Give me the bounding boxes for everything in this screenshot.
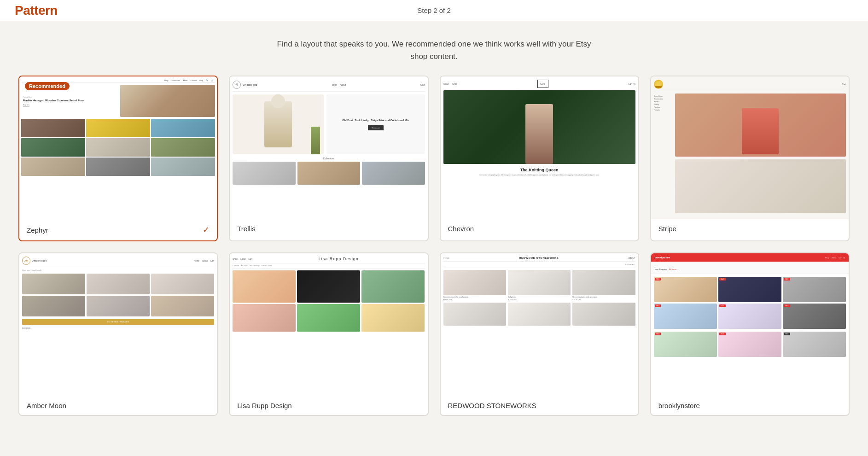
chevron-product-info: The Knitting Queen I remember being eigh… [443, 168, 635, 176]
stripe-preview: Cart Home Decor Housewares Wall Art Pott… [651, 76, 849, 219]
zephyr-name: Zephyr [27, 226, 48, 234]
amber-moon-name: Amber Moon [27, 402, 66, 409]
redwood-label: REDWOOD STONEWORKS [441, 396, 638, 415]
trellis-label: Trellis [230, 219, 427, 238]
theme-card-chevron[interactable]: About Shop GUS Cart (0) The Knitting Que… [440, 76, 639, 241]
lisa-preview: Shop About Cart Lisa Rupp Design Calenda… [230, 253, 427, 396]
page-header: Pattern Step 2 of 2 [0, 0, 868, 21]
stripe-name: Stripe [658, 225, 676, 233]
zephyr-label: Zephyr ✓ [19, 219, 217, 240]
amber-nav: AM Amber Moon Home About Cart [22, 255, 214, 267]
amber-moon-label: Amber Moon [19, 396, 217, 415]
chevron-preview: About Shop GUS Cart (0) The Knitting Que… [441, 76, 638, 219]
zephyr-preview: Shop Collections About Contact Blog 🔍 🛒 … [19, 76, 217, 219]
subtitle-line1: Find a layout that speaks to you. We rec… [9, 38, 859, 50]
trellis-preview: Oh pop dog Shop About Cart Oh! Basic Tan… [230, 76, 427, 219]
theme-card-trellis[interactable]: Oh pop dog Shop About Cart Oh! Basic Tan… [229, 76, 428, 241]
theme-card-lisa-rupp[interactable]: Shop About Cart Lisa Rupp Design Calenda… [229, 252, 428, 416]
sale-preview: brooklynstore Shop About Cart (0) Now Sh… [651, 253, 849, 396]
theme-card-sale[interactable]: brooklynstore Shop About Cart (0) Now Sh… [650, 252, 850, 416]
stripe-main: Home Decor Housewares Wall Art Pottery F… [654, 94, 846, 213]
theme-card-amber-moon[interactable]: AM Amber Moon Home About Cart Hats and H… [18, 252, 218, 416]
theme-grid: Recommended Shop Collections About Conta… [0, 76, 868, 434]
stripe-nav: Cart [654, 78, 846, 91]
trellis-nav: Oh pop dog Shop About Cart [233, 79, 425, 92]
redwood-name: REDWOOD STONEWORKS [448, 402, 536, 409]
step-indicator: Step 2 of 2 [417, 6, 451, 14]
lisa-rupp-label: Lisa Rupp Design [230, 396, 427, 415]
subtitle-section: Find a layout that speaks to you. We rec… [0, 21, 868, 76]
recommended-badge: Recommended [25, 82, 70, 90]
amber-preview: AM Amber Moon Home About Cart Hats and H… [19, 253, 217, 396]
theme-card-zephyr[interactable]: Recommended Shop Collections About Conta… [18, 76, 218, 241]
trellis-hero: Oh! Basic Tank / Indigo Twigs Print and … [233, 94, 425, 154]
chevron-hero-img [443, 90, 635, 164]
redwood-preview: STORE REDWOOD STONEWORKS ABOUT FILTER AL… [441, 253, 638, 396]
lisa-rupp-name: Lisa Rupp Design [237, 402, 291, 409]
chevron-label: Chevron [441, 219, 638, 238]
trellis-name: Trellis [237, 225, 255, 233]
chevron-nav: About Shop GUS Cart (0) [443, 78, 635, 90]
redwood-nav: STORE REDWOOD STONEWORKS ABOUT [443, 255, 635, 262]
stripe-label: Stripe [651, 219, 849, 238]
check-icon: ✓ [203, 225, 210, 235]
sale-theme-label: brooklynstore [651, 396, 849, 415]
theme-card-redwood[interactable]: STORE REDWOOD STONEWORKS ABOUT FILTER AL… [440, 252, 639, 416]
sale-theme-name: brooklynstore [658, 402, 700, 409]
lisa-nav: Shop About Cart Lisa Rupp Design [233, 255, 425, 263]
logo: Pattern [15, 3, 58, 18]
subtitle-line2: shop content. [9, 50, 859, 63]
theme-card-stripe[interactable]: Cart Home Decor Housewares Wall Art Pott… [650, 76, 850, 241]
chevron-name: Chevron [448, 225, 474, 233]
zephyr-grid [21, 119, 215, 176]
svg-point-0 [236, 84, 237, 85]
